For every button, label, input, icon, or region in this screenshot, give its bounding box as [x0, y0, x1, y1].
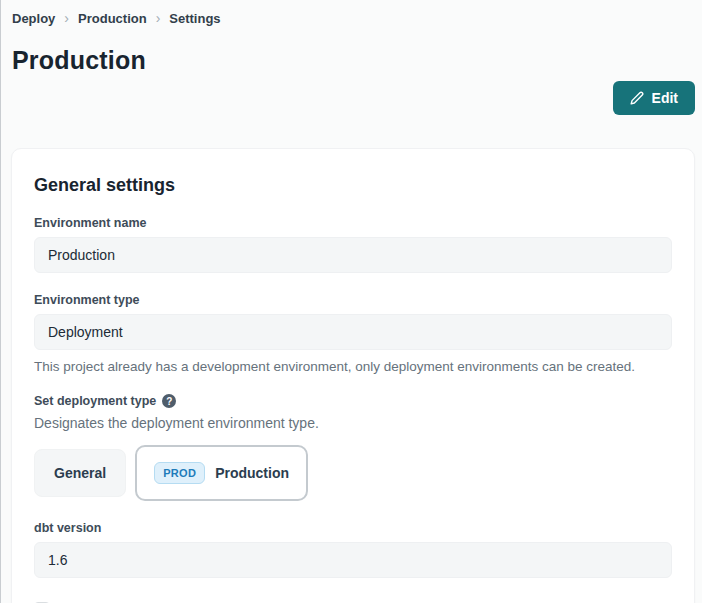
deployment-type-options: General PROD Production [34, 445, 672, 501]
breadcrumb: Deploy › Production › Settings [1, 0, 702, 26]
deployment-type-option-general[interactable]: General [34, 449, 126, 497]
question-mark-icon[interactable]: ? [162, 394, 176, 408]
general-settings-heading: General settings [34, 175, 672, 196]
environment-name-label: Environment name [34, 216, 672, 230]
environment-type-input[interactable] [34, 314, 672, 350]
breadcrumb-settings[interactable]: Settings [169, 11, 220, 26]
edit-button[interactable]: Edit [613, 81, 695, 115]
deployment-type-description: Designates the deployment environment ty… [34, 415, 672, 431]
deployment-type-label: Set deployment type [34, 394, 156, 408]
option-general-label: General [54, 465, 106, 481]
deployment-type-label-row: Set deployment type ? [34, 394, 672, 408]
dbt-version-input[interactable] [34, 542, 672, 578]
pencil-icon [630, 91, 644, 105]
dbt-version-label: dbt version [34, 521, 672, 535]
option-production-label: Production [215, 465, 289, 481]
action-row: Edit [1, 81, 702, 115]
general-settings-card: General settings Environment name Enviro… [11, 148, 695, 603]
deployment-type-option-production[interactable]: PROD Production [135, 445, 308, 501]
chevron-right-icon: › [156, 11, 161, 25]
breadcrumb-deploy[interactable]: Deploy [12, 11, 55, 26]
chevron-right-icon: › [64, 11, 69, 25]
prod-badge: PROD [154, 462, 205, 484]
breadcrumb-production[interactable]: Production [78, 11, 147, 26]
environment-type-helper: This project already has a development e… [34, 359, 672, 374]
environment-name-input[interactable] [34, 237, 672, 273]
edit-button-label: Edit [652, 90, 678, 106]
page-title: Production [12, 46, 702, 75]
environment-type-label: Environment type [34, 293, 672, 307]
